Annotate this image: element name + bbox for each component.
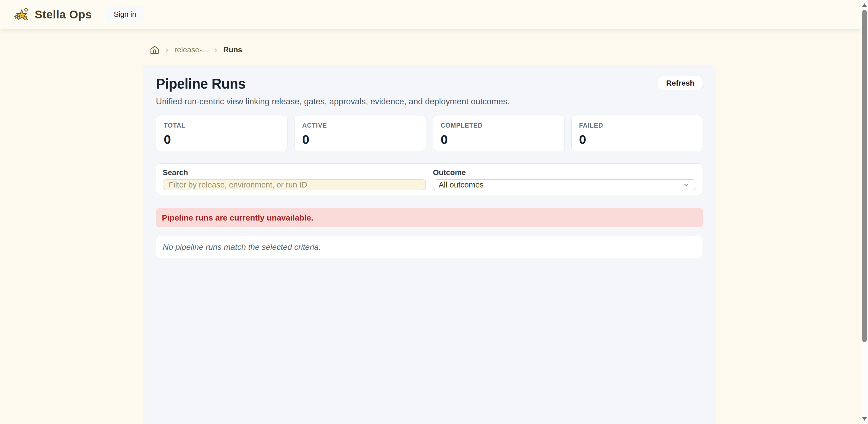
scrollbar-thumb[interactable]	[862, 10, 867, 342]
home-icon[interactable]	[150, 45, 159, 55]
stat-card-active: ACTIVE 0	[294, 115, 426, 151]
stat-label: COMPLETED	[441, 122, 557, 129]
refresh-button[interactable]: Refresh	[658, 76, 703, 90]
empty-state-card: No pipeline runs match the selected crit…	[156, 236, 703, 258]
stat-value: 0	[302, 132, 418, 147]
app-header: Stella Ops Sign in	[0, 0, 861, 29]
empty-state-message: No pipeline runs match the selected crit…	[163, 242, 321, 252]
chevron-down-icon	[682, 181, 690, 189]
breadcrumb: › release-... › Runs	[150, 45, 242, 55]
filters-card: Search Outcome All outcomes	[156, 163, 703, 195]
breadcrumb-separator: ›	[165, 45, 168, 55]
breadcrumb-runs-current: Runs	[223, 45, 242, 54]
breadcrumb-release-link[interactable]: release-...	[174, 45, 208, 54]
pipeline-runs-panel: Pipeline Runs Unified run-centric view l…	[143, 65, 716, 424]
error-banner: Pipeline runs are currently unavailable.	[156, 208, 703, 227]
outcome-label: Outcome	[433, 168, 696, 177]
stat-value: 0	[164, 132, 280, 147]
stat-card-completed: COMPLETED 0	[433, 115, 564, 151]
arrow-up-icon[interactable]	[862, 3, 867, 7]
outcome-filter: Outcome All outcomes	[433, 168, 696, 190]
title-block: Pipeline Runs Unified run-centric view l…	[156, 76, 509, 106]
stat-card-failed: FAILED 0	[571, 115, 703, 151]
stat-card-total: TOTAL 0	[156, 115, 288, 151]
outcome-select[interactable]: All outcomes	[433, 180, 696, 190]
stat-value: 0	[579, 132, 695, 147]
stat-label: ACTIVE	[302, 122, 418, 129]
breadcrumb-separator: ›	[214, 45, 217, 55]
vertical-scrollbar[interactable]	[861, 0, 868, 424]
sign-in-button[interactable]: Sign in	[106, 7, 144, 22]
page-title: Pipeline Runs	[156, 76, 509, 92]
stats-row: TOTAL 0 ACTIVE 0 COMPLETED 0 FAILED 0	[156, 115, 703, 151]
search-input[interactable]	[163, 180, 426, 190]
search-filter: Search	[163, 168, 426, 190]
app-title: Stella Ops	[35, 8, 92, 21]
error-message: Pipeline runs are currently unavailable.	[162, 213, 313, 222]
stat-value: 0	[441, 132, 557, 147]
stat-label: FAILED	[579, 122, 695, 129]
page-subtitle: Unified run-centric view linking release…	[156, 97, 509, 106]
stat-label: TOTAL	[164, 122, 280, 129]
title-row: Pipeline Runs Unified run-centric view l…	[156, 76, 703, 106]
arrow-down-icon[interactable]	[862, 417, 867, 421]
star-mascot-logo-icon	[14, 6, 30, 23]
outcome-selected-value: All outcomes	[439, 181, 484, 189]
search-label: Search	[163, 168, 426, 177]
